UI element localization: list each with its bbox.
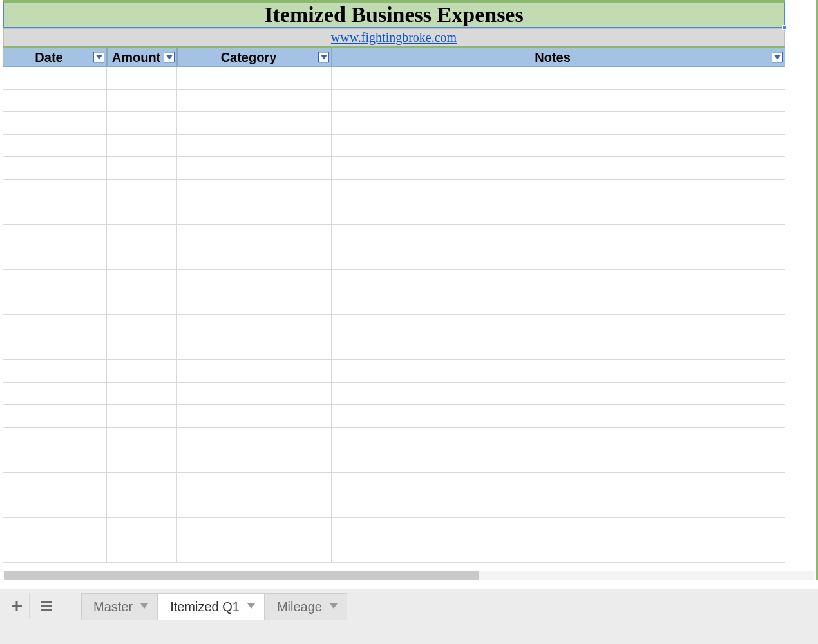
cell[interactable] <box>332 383 785 405</box>
cell[interactable] <box>177 495 332 518</box>
cell[interactable] <box>3 405 107 428</box>
cell[interactable] <box>332 495 785 518</box>
cell[interactable] <box>332 270 785 292</box>
cell[interactable] <box>177 202 332 225</box>
all-sheets-button[interactable] <box>33 593 59 619</box>
cell[interactable] <box>177 337 332 360</box>
table-row[interactable] <box>3 112 785 135</box>
scrollbar-thumb[interactable] <box>4 571 479 580</box>
cell[interactable] <box>107 405 177 428</box>
cell[interactable] <box>3 540 107 563</box>
cell[interactable] <box>107 360 177 383</box>
cell[interactable] <box>3 247 107 270</box>
cell[interactable] <box>332 90 785 112</box>
cell[interactable] <box>3 270 107 292</box>
table-row[interactable] <box>3 315 785 337</box>
cell[interactable] <box>332 67 785 90</box>
cell[interactable] <box>3 225 107 247</box>
cell[interactable] <box>107 247 177 270</box>
cell[interactable] <box>177 67 332 90</box>
cell[interactable] <box>3 473 107 495</box>
cell[interactable] <box>107 428 177 450</box>
link-cell[interactable]: www.fightingbroke.com <box>3 28 785 46</box>
table-row[interactable] <box>3 540 785 563</box>
cell[interactable] <box>332 337 785 360</box>
cell[interactable] <box>107 90 177 112</box>
add-sheet-button[interactable] <box>4 593 30 619</box>
cell[interactable] <box>107 495 177 518</box>
cell[interactable] <box>177 428 332 450</box>
cell[interactable] <box>332 247 785 270</box>
cell[interactable] <box>332 135 785 157</box>
cell[interactable] <box>177 112 332 135</box>
cell[interactable] <box>107 450 177 473</box>
cell[interactable] <box>3 112 107 135</box>
table-row[interactable] <box>3 360 785 383</box>
cell[interactable] <box>3 383 107 405</box>
cell[interactable] <box>3 202 107 225</box>
cell[interactable] <box>107 135 177 157</box>
cell[interactable] <box>107 112 177 135</box>
cell[interactable] <box>107 473 177 495</box>
cell[interactable] <box>107 315 177 337</box>
cell[interactable] <box>177 473 332 495</box>
table-row[interactable] <box>3 495 785 518</box>
cell[interactable] <box>107 67 177 90</box>
column-header-category[interactable]: Category <box>177 48 332 67</box>
cell[interactable] <box>177 518 332 540</box>
horizontal-scrollbar[interactable] <box>4 571 814 580</box>
column-header-amount[interactable]: Amount <box>107 48 177 67</box>
cell[interactable] <box>177 292 332 315</box>
cell[interactable] <box>177 135 332 157</box>
cell[interactable] <box>332 540 785 563</box>
table-row[interactable] <box>3 202 785 225</box>
cell[interactable] <box>107 202 177 225</box>
cell[interactable] <box>177 225 332 247</box>
sheet-tab-master[interactable]: Master <box>81 593 158 620</box>
cell[interactable] <box>177 90 332 112</box>
table-row[interactable] <box>3 292 785 315</box>
cell[interactable] <box>107 180 177 202</box>
table-row[interactable] <box>3 247 785 270</box>
table-row[interactable] <box>3 428 785 450</box>
table-row[interactable] <box>3 67 785 90</box>
table-row[interactable] <box>3 405 785 428</box>
table-row[interactable] <box>3 180 785 202</box>
cell[interactable] <box>3 337 107 360</box>
title-cell[interactable]: Itemized Business Expenses <box>3 0 785 28</box>
cell[interactable] <box>177 157 332 180</box>
cell[interactable] <box>107 518 177 540</box>
cell[interactable] <box>107 337 177 360</box>
cell[interactable] <box>107 225 177 247</box>
table-row[interactable] <box>3 518 785 540</box>
cell[interactable] <box>177 405 332 428</box>
cell[interactable] <box>177 180 332 202</box>
cell[interactable] <box>177 383 332 405</box>
cell[interactable] <box>3 180 107 202</box>
cell[interactable] <box>177 450 332 473</box>
cell[interactable] <box>107 540 177 563</box>
cell[interactable] <box>3 292 107 315</box>
filter-button-notes[interactable] <box>772 52 783 63</box>
cell[interactable] <box>332 450 785 473</box>
cell[interactable] <box>332 473 785 495</box>
table-row[interactable] <box>3 450 785 473</box>
filter-button-category[interactable] <box>318 52 329 63</box>
table-row[interactable] <box>3 90 785 112</box>
cell[interactable] <box>107 292 177 315</box>
cell[interactable] <box>177 360 332 383</box>
cell[interactable] <box>177 315 332 337</box>
cell[interactable] <box>332 360 785 383</box>
cell[interactable] <box>107 270 177 292</box>
cell[interactable] <box>332 405 785 428</box>
tab-menu-button[interactable] <box>247 603 255 610</box>
cell[interactable] <box>332 225 785 247</box>
sheet-tab-mileage[interactable]: Mileage <box>265 593 347 620</box>
cell[interactable] <box>332 518 785 540</box>
cell[interactable] <box>3 518 107 540</box>
filter-button-date[interactable] <box>93 52 104 63</box>
cell[interactable] <box>332 180 785 202</box>
tab-menu-button[interactable] <box>140 603 148 610</box>
cell[interactable] <box>332 315 785 337</box>
table-row[interactable] <box>3 157 785 180</box>
